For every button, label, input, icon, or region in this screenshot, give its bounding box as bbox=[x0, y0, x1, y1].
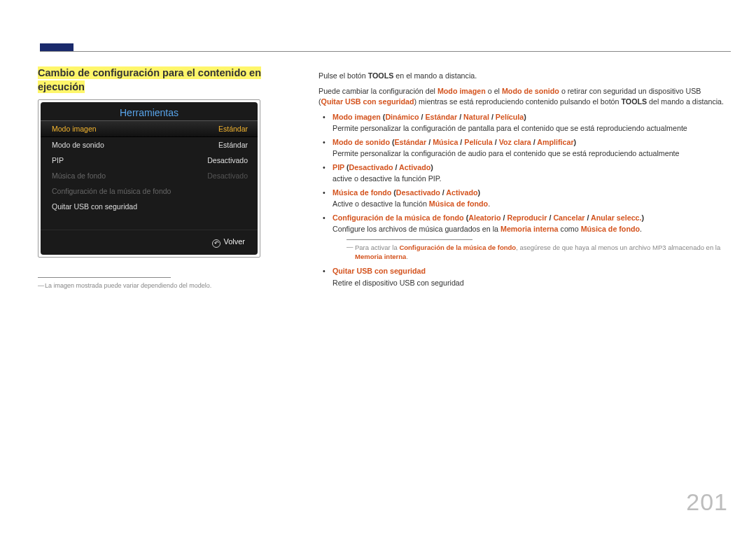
feature-list: Modo imagen (Dinámico / Estándar / Natur… bbox=[318, 112, 724, 289]
header-rule bbox=[40, 51, 731, 52]
section-heading-line2: ejecución bbox=[38, 80, 85, 93]
bullet-modo-imagen: Modo imagen (Dinámico / Estándar / Natur… bbox=[318, 112, 724, 134]
section-heading: Cambio de configuración para el contenid… bbox=[38, 66, 272, 94]
tv-row-label: Música de fondo bbox=[52, 171, 106, 180]
bullet-pip: PIP (Desactivado / Activado) active o de… bbox=[318, 162, 724, 185]
tv-row-quitar-usb: Quitar USB con seguridad bbox=[41, 199, 258, 214]
return-icon: ↶ bbox=[212, 239, 220, 248]
tv-row-pip: PIP Desactivado bbox=[41, 153, 258, 168]
tv-row-label: Modo de sonido bbox=[52, 141, 104, 149]
section-heading-line1: Cambio de configuración para el contenid… bbox=[38, 66, 261, 79]
tv-screenshot-frame: Herramientas Modo imagen Estándar Modo d… bbox=[38, 99, 260, 258]
right-column: Pulse el botón TOOLS en el mando a dista… bbox=[318, 71, 724, 291]
tv-row-label: Quitar USB con seguridad bbox=[52, 202, 137, 211]
footnote-rule bbox=[38, 277, 171, 278]
footnote-text: La imagen mostrada puede variar dependie… bbox=[45, 282, 211, 289]
footnote: ―La imagen mostrada puede variar dependi… bbox=[38, 282, 272, 289]
bullet-quitar-usb: Quitar USB con seguridad Retire el dispo… bbox=[318, 266, 724, 288]
bullet-config-musica: Configuración de la música de fondo (Ale… bbox=[318, 213, 724, 262]
bullet-musica-fondo: Música de fondo (Desactivado / Activado)… bbox=[318, 188, 724, 210]
intro-line-2: Puede cambiar la configuración del Modo … bbox=[318, 86, 724, 108]
note-mp3: Para activar la Configuración de la músi… bbox=[332, 243, 724, 262]
intro-line-1: Pulse el botón TOOLS en el mando a dista… bbox=[318, 71, 724, 82]
tv-row-label: Configuración de la música de fondo bbox=[52, 187, 171, 195]
tv-row-modo-imagen: Modo imagen Estándar bbox=[41, 120, 258, 137]
tv-row-value: Estándar bbox=[218, 141, 248, 149]
left-column: Cambio de configuración para el contenid… bbox=[38, 66, 272, 289]
page-number: 201 bbox=[686, 489, 728, 516]
tv-row-musica-fondo: Música de fondo Desactivado bbox=[41, 168, 258, 183]
tv-row-config-musica: Configuración de la música de fondo bbox=[41, 183, 258, 199]
tv-row-label: PIP bbox=[52, 156, 64, 164]
tv-panel-title: Herramientas bbox=[41, 102, 258, 120]
tv-row-value: Estándar bbox=[218, 125, 248, 133]
tv-row-value: Desactivado bbox=[207, 171, 248, 180]
tv-row-modo-sonido: Modo de sonido Estándar bbox=[41, 137, 258, 153]
note-rule bbox=[346, 239, 472, 240]
tv-row-value: Desactivado bbox=[207, 156, 248, 164]
tv-panel: Herramientas Modo imagen Estándar Modo d… bbox=[41, 102, 258, 255]
tv-row-label: Modo imagen bbox=[52, 125, 97, 133]
tv-footer: ↶Volver bbox=[41, 230, 258, 255]
bullet-modo-sonido: Modo de sonido (Estándar / Música / Pelí… bbox=[318, 137, 724, 160]
tv-footer-label: Volver bbox=[223, 237, 245, 246]
